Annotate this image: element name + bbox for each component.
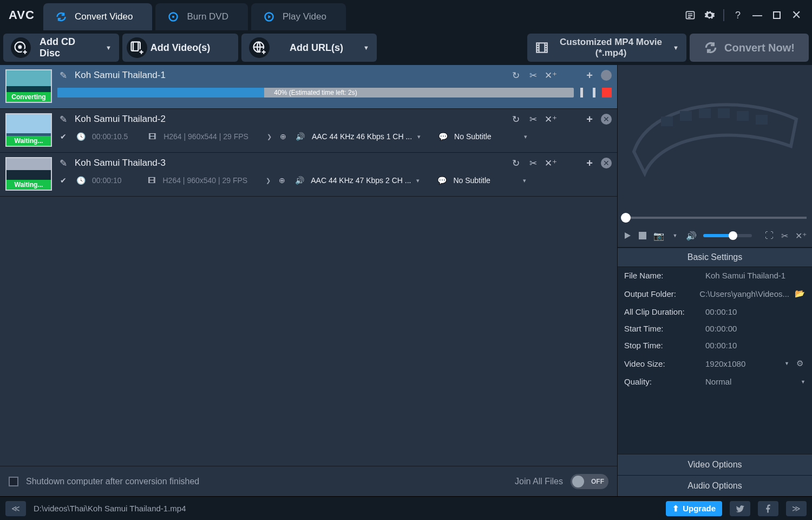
maximize-button[interactable] bbox=[771, 9, 783, 21]
remove-icon[interactable]: ✕ bbox=[601, 114, 612, 125]
audio-options-section[interactable]: Audio Options bbox=[618, 475, 812, 496]
speaker-icon: 🔊 bbox=[294, 131, 306, 142]
add-cd-disc-button[interactable]: Add CD Disc ▼ bbox=[3, 34, 119, 62]
help-icon[interactable]: ? bbox=[732, 9, 744, 21]
join-files-toggle[interactable]: OFF bbox=[571, 474, 608, 489]
minimize-button[interactable]: — bbox=[751, 9, 763, 21]
plus-icon[interactable]: + bbox=[584, 69, 595, 81]
close-button[interactable]: ✕ bbox=[790, 9, 802, 21]
remove-icon[interactable] bbox=[601, 70, 612, 81]
plus-icon[interactable]: + bbox=[584, 113, 595, 125]
output-profile-select[interactable]: Customized MP4 Movie (*.mp4) ▼ bbox=[527, 34, 686, 62]
chevron-down-icon[interactable]: ▼ bbox=[801, 379, 806, 385]
item-subtitle[interactable]: No Subtitle bbox=[454, 132, 491, 141]
button-label: Convert Now! bbox=[724, 42, 795, 54]
basic-settings-header: Basic Settings bbox=[618, 248, 812, 267]
menu-icon[interactable] bbox=[684, 9, 696, 21]
video-size-select[interactable]: 1920x1080 bbox=[705, 359, 745, 368]
current-file-path: D:\videos\Thai\Koh Samui Thailand-1.mp4 bbox=[34, 504, 186, 513]
snapshot-icon[interactable]: 📷 bbox=[653, 230, 664, 242]
target-icon: ⊕ bbox=[277, 131, 289, 142]
start-time-value[interactable]: 00:00:00 bbox=[705, 324, 806, 333]
stop-button[interactable] bbox=[602, 88, 612, 98]
svg-rect-14 bbox=[680, 111, 692, 121]
subtitle-icon: 💬 bbox=[437, 131, 449, 142]
start-time-label: Start Time: bbox=[624, 324, 705, 333]
item-duration: 00:00:10 bbox=[92, 176, 122, 185]
stop-time-value[interactable]: 00:00:10 bbox=[705, 341, 806, 350]
edit-icon[interactable]: ✎ bbox=[57, 69, 69, 81]
item-duration: 00:00:10.5 bbox=[92, 132, 128, 141]
video-options-section[interactable]: Video Options bbox=[618, 454, 812, 475]
gear-icon[interactable] bbox=[704, 9, 716, 21]
output-folder-value[interactable]: C:\Users\yangh\Videos... bbox=[699, 289, 789, 298]
preview-seek-slider[interactable] bbox=[618, 211, 812, 224]
expand-right-button[interactable]: ≫ bbox=[786, 501, 807, 516]
item-audio-info[interactable]: AAC 44 KHz 46 Kbps 1 CH ... bbox=[312, 132, 412, 141]
item-audio-info[interactable]: AAC 44 KHz 47 Kbps 2 CH ... bbox=[311, 176, 411, 185]
collapse-left-button[interactable]: ≪ bbox=[5, 501, 26, 516]
queue-item[interactable]: Waiting... ✎ Koh Samui Thailand-3 ↻ ✂ ✕⁺… bbox=[0, 153, 617, 197]
reload-icon[interactable]: ↻ bbox=[510, 69, 522, 81]
chevron-down-icon[interactable]: ▾ bbox=[524, 133, 527, 140]
check-icon[interactable]: ✔ bbox=[57, 174, 69, 186]
scissors-icon[interactable]: ✂ bbox=[527, 69, 539, 81]
chevron-down-icon[interactable]: ▾ bbox=[417, 133, 421, 140]
chevron-down-icon[interactable]: ▼ bbox=[671, 230, 679, 242]
clock-icon: 🕓 bbox=[75, 131, 87, 142]
scissors-icon[interactable]: ✂ bbox=[780, 230, 789, 242]
gear-icon[interactable]: ⚙ bbox=[794, 358, 806, 369]
crossed-tools-icon[interactable]: ✕⁺ bbox=[545, 113, 556, 125]
add-videos-button[interactable]: Add Video(s) bbox=[122, 34, 238, 62]
stop-icon[interactable] bbox=[638, 230, 647, 242]
progress-bar: 40% (Estimated time left: 2s) bbox=[57, 88, 574, 98]
tab-play-video[interactable]: Play Video bbox=[251, 3, 346, 30]
crossed-tools-icon[interactable]: ✕⁺ bbox=[545, 69, 556, 81]
chevron-down-icon[interactable]: ▼ bbox=[784, 361, 789, 366]
tab-burn-dvd[interactable]: Burn DVD bbox=[155, 3, 248, 30]
queue-item[interactable]: Waiting... ✎ Koh Samui Thailand-2 ↻ ✂ ✕⁺… bbox=[0, 109, 617, 153]
scissors-icon[interactable]: ✂ bbox=[527, 157, 539, 169]
refresh-icon bbox=[55, 11, 67, 23]
chevron-right-icon[interactable]: ❯ bbox=[267, 133, 272, 140]
facebook-icon[interactable] bbox=[758, 501, 778, 516]
video-thumbnail: Waiting... bbox=[5, 113, 52, 147]
twitter-icon[interactable] bbox=[730, 501, 750, 516]
shutdown-checkbox[interactable] bbox=[9, 477, 18, 486]
volume-slider[interactable] bbox=[703, 234, 752, 237]
crossed-tools-icon[interactable]: ✕⁺ bbox=[795, 230, 807, 242]
remove-icon[interactable]: ✕ bbox=[601, 158, 612, 168]
chevron-down-icon: ▼ bbox=[363, 44, 369, 51]
quality-select[interactable]: Normal bbox=[705, 377, 731, 386]
edit-icon[interactable]: ✎ bbox=[57, 113, 69, 125]
tab-convert-video[interactable]: Convert Video bbox=[43, 3, 152, 30]
reload-icon[interactable]: ↻ bbox=[510, 113, 522, 125]
add-urls-button[interactable]: Add URL(s) ▼ bbox=[241, 34, 377, 62]
fullscreen-icon[interactable]: ⛶ bbox=[765, 230, 774, 242]
clip-duration-value: 00:00:10 bbox=[705, 307, 806, 316]
subtitle-icon: 💬 bbox=[436, 174, 448, 186]
shutdown-label: Shutdown computer after conversion finis… bbox=[26, 477, 199, 486]
upgrade-button[interactable]: ⬆ Upgrade bbox=[666, 501, 722, 516]
edit-icon[interactable]: ✎ bbox=[57, 157, 69, 169]
chevron-down-icon: ▼ bbox=[106, 44, 112, 51]
reload-icon[interactable]: ↻ bbox=[510, 157, 522, 169]
item-subtitle[interactable]: No Subtitle bbox=[453, 176, 490, 185]
check-icon[interactable]: ✔ bbox=[57, 131, 69, 142]
pause-button[interactable] bbox=[580, 88, 595, 98]
status-badge: Waiting... bbox=[6, 180, 51, 190]
scissors-icon[interactable]: ✂ bbox=[527, 113, 539, 125]
file-name-value[interactable]: Koh Samui Thailand-1 bbox=[705, 271, 806, 280]
chevron-down-icon[interactable]: ▾ bbox=[416, 177, 420, 184]
chevron-right-icon[interactable]: ❯ bbox=[266, 177, 271, 184]
play-icon[interactable] bbox=[623, 230, 632, 242]
folder-open-icon[interactable]: 📂 bbox=[794, 288, 806, 300]
chevron-down-icon[interactable]: ▾ bbox=[523, 177, 526, 184]
item-title: Koh Samui Thailand-3 bbox=[75, 158, 166, 168]
plus-icon[interactable]: + bbox=[584, 157, 595, 169]
crossed-tools-icon[interactable]: ✕⁺ bbox=[545, 157, 556, 169]
status-badge: Waiting... bbox=[6, 136, 51, 146]
convert-now-button[interactable]: Convert Now! bbox=[690, 34, 809, 62]
queue-item[interactable]: Converting ✎ Koh Samui Thailand-1 ↻ ✂ ✕⁺… bbox=[0, 65, 617, 109]
volume-icon[interactable]: 🔊 bbox=[686, 230, 697, 242]
